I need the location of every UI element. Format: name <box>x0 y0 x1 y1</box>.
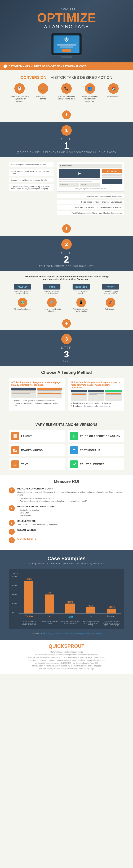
roi-item-5: 5 GO TO STEP 1 <box>9 537 124 544</box>
step3-content: Choose A Testing Method A/B Testing – co… <box>0 366 133 418</box>
footer-link-1: http://www.tinyurl.com/landingpageoptimi… <box>9 651 124 653</box>
html-tag-3: headline Strong, keyword inclusive <box>73 284 90 294</box>
intuit-logo: intuit <box>68 616 73 618</box>
roi-title-5: GO TO STEP 1 <box>17 537 37 540</box>
bar-3 <box>65 603 75 614</box>
svg-rect-5 <box>68 40 69 40</box>
chart-desc-4: Some changes added a large photo of a ma… <box>82 620 100 626</box>
html-tag-box-2: meta <box>43 284 60 289</box>
optimized-banner: ✓ OPTIMIZED = MAX NUMBER OF CONVERSIONS … <box>0 62 133 70</box>
conv-label-2: Buys product or service <box>34 95 52 100</box>
step1-tip-4: A great way to build your credibility is… <box>9 184 53 191</box>
roi-content-1: MEASURE CONVERSION COUNT Conversion coun… <box>17 487 124 503</box>
roi-number-2: 2 <box>9 505 15 512</box>
down-arrow-icon-1 <box>65 113 68 117</box>
conv-item-4: 👥 Tells a friend about your company, pro… <box>81 83 99 102</box>
step2-icon-3: 📱 Select and use social media sharing <box>72 298 91 312</box>
step1-number-text: 1 <box>9 141 124 150</box>
svg-rect-15 <box>13 449 17 452</box>
ab-page-b-header <box>37 388 62 390</box>
roi-number-1: 1 <box>9 487 15 493</box>
ab-drawback-text: Drawbacks – Reasons for conversion rate … <box>14 403 62 406</box>
svg-rect-4 <box>64 40 65 40</box>
svg-rect-12 <box>13 436 15 438</box>
roi-title-3: CALCULATE ROI <box>17 520 58 522</box>
roi-item-3: 3 CALCULATE ROI Total conversion count v… <box>9 520 124 526</box>
step2-header: 2 STEP 2 EDIT TO MAXIMIZE SEO AND USABIL… <box>0 236 133 271</box>
step1-tip-2: Freely mounted stock photos to describe … <box>9 169 53 176</box>
chart-descriptions: Return 4X added to ecommerce cart to inc… <box>12 620 121 626</box>
arrow-connector-1 <box>0 108 133 122</box>
x-label-5: Phantm ✦ <box>102 615 121 618</box>
step2-icon-label-2: Lots of inbound links to other sites <box>42 308 61 312</box>
step2-icon-2: 🔗 Lots of inbound links to other sites <box>42 298 61 312</box>
x-label-2: lto <box>41 615 59 618</box>
footer-link-4: http://www.marketingexperiments.com/impr… <box>9 659 124 662</box>
conv-label-1: Clicks to another page on your site or a… <box>10 95 29 102</box>
html-tag-desc-4: Scannable content using correct HTML <box>102 290 119 294</box>
bar-5 <box>107 609 116 614</box>
html-tag-box-3: headline <box>73 284 90 289</box>
mv-title-main: Multivariate Testing <box>71 381 92 383</box>
footer-link-5: http://searchenginewatch.com/article/215… <box>9 662 124 664</box>
step1-number-circle: 1 <box>61 125 72 136</box>
roi-item-4: 4 SELECT WINNER <box>9 529 124 535</box>
ab-bar-a-2 <box>12 392 36 393</box>
mv-bar-b-2 <box>89 394 97 395</box>
mv-bar-c-2 <box>106 394 121 395</box>
roi-title: Measure ROI <box>9 479 124 484</box>
dollar-icon: $ <box>72 434 76 438</box>
conversion-section: CONVERSION = VISITOR TAKES DESIRED ACTIO… <box>0 70 133 108</box>
mv-page-c-header <box>105 390 122 392</box>
mockup-bar-2 <box>59 181 92 182</box>
vary-title: Vary Elements Among Versions <box>9 423 124 427</box>
y-200: +200% <box>12 603 18 604</box>
chart-container: +800% +800% +600% +400% +200% 0% +691% <box>9 569 124 629</box>
cta-text: CTA BUTTON <box>107 170 117 172</box>
step1-tip-1: Make sure your headline is above the fol… <box>9 162 53 167</box>
step1-right-tip-3: Show them the benefits of your solution … <box>57 205 124 210</box>
mockup-caption: Place your important elements above the … <box>59 188 123 190</box>
conv-label-5: Learns something <box>104 95 123 97</box>
monitor-screen <box>53 35 80 53</box>
x-label-1: Yobinka <box>20 615 39 618</box>
roi-content-5: GO TO STEP 1 <box>17 537 37 541</box>
roi-bullet-2c: Server Traffic <box>20 514 55 517</box>
step2-intro-text: Text elements should capture the interes… <box>9 275 124 280</box>
bars-container: +691% +400% +211% +128% <box>19 576 121 614</box>
vary-images-icon <box>11 446 19 454</box>
mockup-headline: Clear Headline <box>59 164 123 167</box>
mv-page-b <box>88 390 104 401</box>
html-tag-box-4: <html> <box>102 284 119 289</box>
chart-y-axis: +800% <box>12 573 121 575</box>
y-400: +400% <box>12 594 18 595</box>
mv-testing-title: Multivariate Testing – control page and … <box>71 381 122 389</box>
y-label-top: +800% <box>13 573 121 575</box>
mv-page-b-header <box>88 390 104 392</box>
roi-bullet-1b: Conversion Count = total number of conve… <box>20 500 124 503</box>
conv-item-1: 🖱️ Clicks to another page on your site o… <box>10 83 29 102</box>
chart-desc-5: 37Signals added a large photo of a man s… <box>102 620 121 626</box>
conversion-word: CONVERSION <box>21 75 46 80</box>
bar-group-3: +211% <box>60 576 80 614</box>
mockup-sidebar-bar-2 <box>102 177 123 178</box>
step2-icon-circle-3: 📱 <box>76 298 86 307</box>
step2-icon-label-1: Clean well-set images <box>13 308 32 310</box>
step1-tip-3: Ensure your call-to-action is above the … <box>9 178 53 182</box>
roi-item-2: 2 MEASURE LANDING PAGE COSTS Design/Impl… <box>9 505 124 517</box>
vary-testimonials-label: TESTIMONIALS <box>80 449 100 452</box>
bar-group-2: +400% <box>40 576 59 614</box>
ab-bar-b-3 <box>38 393 61 394</box>
cases-subtitle: Highlights from "100 Conversion Optimiza… <box>9 562 124 565</box>
mockup-benefits: Benefits ✓ <box>80 183 100 187</box>
step3-number-text: 3 <box>9 350 124 359</box>
html-tag-desc-2: Concise, becoming meta description <box>43 290 60 294</box>
roi-section: Measure ROI 1 MEASURE CONVERSION COUNT C… <box>0 475 133 550</box>
y-axis-labels: +800% +600% +400% +200% 0% <box>12 576 19 614</box>
testing-title: Choose A Testing Method <box>9 370 124 375</box>
mockup-sidebar-area: CTA BUTTON <box>102 169 123 187</box>
y-600: +600% <box>12 585 18 586</box>
y-800: +800% <box>12 576 18 577</box>
roi-desc-3: Total conversion count value/landing pag… <box>17 523 58 526</box>
arrow-connector-3 <box>0 316 133 330</box>
